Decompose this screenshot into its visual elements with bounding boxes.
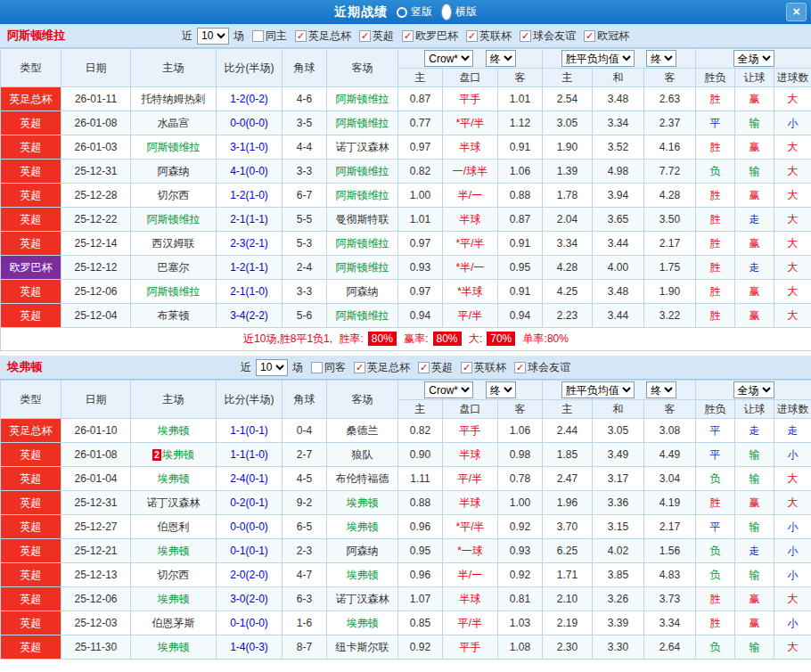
checkbox-checked-icon[interactable]: ✓: [295, 30, 307, 42]
avg-home-cell: 2.04: [543, 208, 593, 232]
col-odds-home: 主: [398, 400, 443, 419]
checkbox-checked-icon[interactable]: ✓: [402, 30, 414, 42]
home-team-cell: 2埃弗顿: [131, 443, 217, 467]
match-count-select[interactable]: 10: [256, 359, 288, 376]
league-badge: 英超: [1, 635, 61, 660]
team-section-everton: 埃弗顿 近 10 场 同客✓英足总杯✓英超✓英联杯✓球会友谊 类型 日期 主场 …: [0, 356, 811, 660]
league-badge: 英超: [1, 280, 61, 304]
handicap-odds-group: Crow* 终: [398, 381, 543, 400]
filter-checkbox-球会友谊[interactable]: ✓球会友谊: [514, 360, 570, 375]
checkbox-checked-icon[interactable]: ✓: [354, 362, 365, 373]
score-cell: 1-2(1-1): [217, 256, 283, 280]
avg-odds-select[interactable]: 胜平负均值: [561, 50, 635, 67]
layout-radio-vertical[interactable]: 竖版: [397, 4, 432, 20]
checkbox-unchecked-icon[interactable]: [252, 30, 264, 42]
team-link: 埃弗顿: [158, 641, 190, 653]
handicap-result-cell: 赢: [735, 304, 774, 328]
home-odds-cell: 1.00: [398, 184, 443, 208]
team-link: 西汉姆联: [152, 237, 195, 250]
league-badge: 英超: [1, 611, 61, 635]
final-avg-select[interactable]: 终: [646, 50, 676, 67]
avg-draw-cell: 4.98: [593, 160, 644, 184]
scope-select[interactable]: 全场: [733, 381, 774, 398]
odds-company-select[interactable]: Crow*: [424, 50, 473, 67]
checkbox-checked-icon[interactable]: ✓: [520, 30, 531, 42]
team-link: 阿斯顿维拉: [147, 141, 201, 153]
league-badge: 英超: [1, 160, 61, 184]
layout-radio-horizontal[interactable]: 横版: [441, 4, 477, 20]
filter-checkbox-球会友谊[interactable]: ✓球会友谊: [520, 29, 576, 44]
handicap-result-cell: 赢: [735, 184, 774, 208]
corner-cell: 2-4: [283, 256, 327, 280]
checkbox-checked-icon[interactable]: ✓: [466, 30, 478, 42]
score-cell: 1-1(0-1): [217, 419, 283, 443]
league-badge: 英超: [1, 539, 61, 563]
filter-checkbox-英超[interactable]: ✓英超: [359, 29, 394, 44]
scope-select[interactable]: 全场: [733, 50, 774, 67]
date-cell: 26-01-03: [61, 135, 131, 160]
away-team-cell: 埃弗顿: [327, 563, 398, 587]
final-avg-select[interactable]: 终: [646, 381, 676, 398]
checkbox-unchecked-icon[interactable]: [311, 362, 323, 373]
result-cell: 负: [696, 563, 735, 587]
final-odds-select[interactable]: 终: [486, 381, 516, 398]
corner-cell: 4-7: [283, 563, 327, 587]
filter-checkbox-欧冠杯[interactable]: ✓欧冠杯: [584, 29, 629, 44]
result-cell: 负: [696, 160, 735, 184]
filter-checkbox-欧罗巴杯[interactable]: ✓欧罗巴杯: [402, 29, 458, 44]
avg-away-cell: 3.73: [644, 587, 696, 611]
filter-checkbox-同客[interactable]: 同客: [311, 360, 346, 375]
close-button[interactable]: ×: [786, 3, 807, 21]
avg-draw-cell: 3.34: [593, 111, 644, 135]
checkbox-checked-icon[interactable]: ✓: [514, 362, 526, 373]
final-odds-select[interactable]: 终: [486, 50, 516, 67]
score-cell: 2-4(0-1): [217, 467, 283, 491]
handicap-result-cell: 赢: [735, 491, 774, 515]
col-corner: 角球: [283, 381, 327, 419]
handicap-result-cell: 赢: [735, 87, 774, 111]
avg-draw-cell: 3.94: [593, 184, 644, 208]
league-badge: 英超: [1, 135, 61, 160]
checkbox-checked-icon[interactable]: ✓: [461, 362, 472, 373]
topbar-title-area: 近期战绩 竖版 横版: [0, 4, 811, 20]
team-link: 阿斯顿维拉: [336, 189, 389, 201]
filter-label: 欧冠杯: [597, 29, 629, 44]
away-team-cell: 阿斯顿维拉: [327, 304, 398, 328]
avg-away-cell: 1.90: [644, 280, 696, 304]
match-count-select[interactable]: 10: [197, 28, 229, 45]
handicap-cell: *平/半: [443, 515, 498, 539]
handicap-result-cell: 赢: [735, 280, 774, 304]
team-link: 伯恩利: [158, 520, 190, 533]
checkbox-checked-icon[interactable]: ✓: [359, 30, 371, 42]
avg-away-cell: 4.19: [644, 491, 696, 515]
score-cell: 3-4(2-2): [217, 304, 283, 328]
team-link: 狼队: [352, 448, 373, 461]
corner-cell: 1-6: [283, 611, 327, 635]
handicap-cell: *一球: [443, 539, 498, 563]
home-team-cell: 埃弗顿: [131, 467, 217, 491]
filter-checkbox-英足总杯[interactable]: ✓英足总杯: [354, 360, 410, 375]
corner-cell: 6-5: [283, 515, 327, 539]
avg-odds-select[interactable]: 胜平负均值: [561, 381, 635, 398]
league-badge: 英超: [1, 304, 61, 328]
result-cell: 胜: [696, 491, 735, 515]
checkbox-checked-icon[interactable]: ✓: [418, 362, 430, 373]
filter-checkbox-英联杯[interactable]: ✓英联杯: [466, 29, 512, 44]
filter-checkbox-同主[interactable]: 同主: [252, 29, 287, 44]
league-badge: 英超: [1, 184, 61, 208]
avg-away-cell: 4.28: [644, 184, 696, 208]
filter-checkbox-英足总杯[interactable]: ✓英足总杯: [295, 29, 351, 44]
avg-draw-cell: 3.44: [593, 232, 644, 256]
avg-home-cell: 1.96: [543, 491, 593, 515]
league-badge: 英超: [1, 515, 61, 539]
team-link: 伯恩茅斯: [152, 617, 195, 629]
away-team-cell: 阿斯顿维拉: [327, 87, 398, 111]
scope-group: 全场: [696, 49, 811, 69]
odds-company-select[interactable]: Crow*: [424, 381, 473, 398]
away-odds-cell: 0.93: [498, 539, 543, 563]
checkbox-checked-icon[interactable]: ✓: [584, 30, 595, 42]
filter-checkbox-英联杯[interactable]: ✓英联杯: [461, 360, 506, 375]
match-row: 英超26-01-04埃弗顿2-4(0-1)4-5布伦特福德1.11平/半0.78…: [1, 467, 811, 491]
filter-checkbox-英超[interactable]: ✓英超: [418, 360, 453, 375]
goals-result-cell: 大: [774, 232, 811, 256]
